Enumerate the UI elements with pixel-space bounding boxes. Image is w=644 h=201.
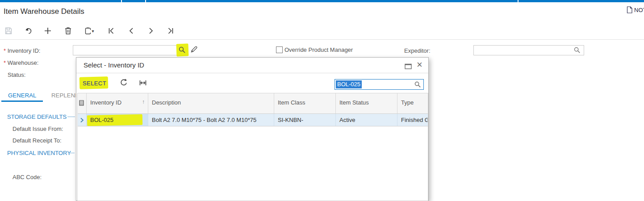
fit-to-screen-button[interactable]	[139, 79, 147, 88]
required-asterisk: *	[4, 59, 6, 66]
previous-record-button[interactable]	[125, 25, 137, 37]
required-asterisk: *	[4, 47, 6, 54]
topbar-divider	[518, 0, 519, 2]
abc-code-label: ABC Code:	[13, 174, 42, 180]
topbar-divider	[145, 0, 146, 2]
column-header-item-class[interactable]: Item Class	[274, 93, 336, 113]
top-accent-bar	[0, 0, 644, 2]
tab-general[interactable]: GENERAL	[8, 92, 37, 99]
clipboard-menu-button[interactable]: ▾	[82, 25, 97, 37]
active-tab-underline	[1, 100, 43, 102]
page-title: Item Warehouse Details	[4, 7, 84, 16]
last-record-button[interactable]	[165, 25, 176, 37]
default-receipt-to-label: Default Receipt To:	[13, 137, 62, 144]
notes-label: NOTES	[634, 7, 644, 13]
column-header-type[interactable]: Type	[397, 93, 428, 113]
save-button[interactable]	[3, 25, 14, 37]
physical-inventory-section-header: PHYSICAL INVENTORY	[7, 150, 71, 156]
warehouse-label: * Warehouse:	[4, 59, 38, 66]
storage-defaults-section-header: STORAGE DEFAULTS	[7, 113, 67, 120]
maximize-icon	[405, 63, 412, 69]
table-row[interactable]: BOL-025 Bolt A2 7.0 M10*75 - Bolt A2 7.0…	[78, 114, 428, 126]
section-rule	[67, 117, 75, 117]
save-icon	[4, 27, 13, 35]
note-document-icon	[627, 6, 632, 13]
chevron-right-icon	[147, 27, 155, 34]
undo-icon	[24, 27, 33, 35]
column-header-item-status[interactable]: Item Status	[336, 93, 397, 113]
refresh-icon	[119, 78, 128, 87]
dialog-title-divider	[76, 73, 428, 73]
maximize-button[interactable]	[405, 63, 412, 69]
trash-icon	[64, 27, 72, 35]
add-button[interactable]	[42, 25, 54, 37]
inventory-id-label: * Inventory ID:	[4, 47, 40, 54]
status-label: Status:	[8, 71, 25, 78]
expeditor-lookup-icon[interactable]	[573, 46, 581, 55]
search-text-selected: BOL-025	[336, 80, 362, 88]
override-product-manager-label: Override Product Manager	[284, 46, 353, 53]
refresh-button[interactable]	[119, 78, 128, 89]
expeditor-input[interactable]	[473, 45, 584, 55]
chevron-left-icon	[128, 27, 135, 34]
row-expand-icon[interactable]	[78, 114, 87, 126]
dialog-search-input[interactable]: BOL-025	[335, 79, 424, 90]
close-icon[interactable]: ×	[417, 58, 422, 71]
dialog-title: Select - Inventory ID	[84, 61, 144, 69]
grid-header-row: Inventory ID ↑ Description Item Class It…	[78, 93, 428, 114]
caret-down-icon: ▾	[92, 29, 94, 34]
first-record-icon	[108, 27, 115, 34]
inventory-id-input[interactable]	[73, 45, 188, 55]
inventory-id-lookup-icon[interactable]	[178, 46, 186, 55]
sort-ascending-icon: ↑	[142, 99, 145, 105]
column-header-inventory-id[interactable]: Inventory ID ↑	[87, 93, 148, 113]
next-record-button[interactable]	[145, 25, 157, 37]
edit-pencil-icon[interactable]	[190, 46, 198, 55]
first-record-button[interactable]	[105, 25, 117, 37]
fit-width-icon	[139, 79, 147, 87]
select-button[interactable]: SELECT	[83, 80, 106, 87]
select-inventory-id-dialog: Select - Inventory ID × SELECT BOL	[76, 57, 429, 201]
cell-inventory-id[interactable]: BOL-025	[87, 114, 148, 126]
column-header-description[interactable]: Description	[148, 93, 274, 113]
lookup-grid: Inventory ID ↑ Description Item Class It…	[77, 93, 428, 201]
cell-item-status[interactable]: Active	[336, 114, 397, 126]
notes-button[interactable]: NOTES	[627, 6, 644, 15]
expeditor-label: Expeditor:	[404, 47, 431, 54]
item-warehouse-details-screen: Item Warehouse Details NOTES	[0, 0, 644, 201]
toolbar-divider	[0, 39, 644, 40]
delete-button[interactable]	[62, 25, 74, 37]
cell-type[interactable]: Finished Goods	[397, 114, 428, 126]
default-issue-from-label: Default Issue From:	[13, 126, 63, 132]
topbar-divider	[121, 0, 122, 2]
undo-button[interactable]	[22, 25, 34, 37]
override-product-manager-checkbox[interactable]	[276, 46, 283, 53]
section-rule	[68, 153, 75, 153]
grid-settings-icon[interactable]	[78, 93, 87, 113]
plus-icon	[44, 27, 52, 35]
last-record-icon	[167, 27, 174, 34]
search-icon[interactable]	[414, 81, 421, 90]
cell-description[interactable]: Bolt A2 7.0 M10*75 - Bolt A2 7.0 M10*75	[148, 114, 274, 126]
clipboard-icon	[84, 27, 92, 35]
cell-item-class[interactable]: SI-KNBN-	[274, 114, 336, 126]
